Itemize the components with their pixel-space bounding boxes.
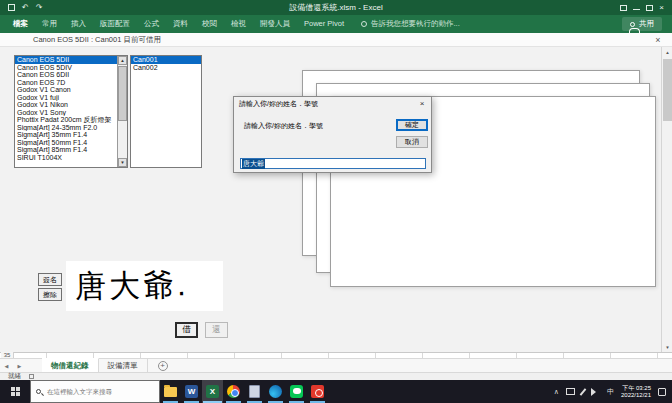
form-scrollbar[interactable]: ▲ ▼ [661, 47, 672, 352]
pen-icon[interactable] [580, 388, 587, 395]
hidden-icons-chevron-icon[interactable]: ∧ [554, 388, 559, 396]
sheet-tab-records[interactable]: 物借還紀錄 [42, 358, 99, 372]
document-app-icon [249, 385, 260, 398]
status-bar: 就緒 [0, 372, 672, 380]
list-item[interactable]: Canon EOS 5DII [15, 56, 117, 64]
close-icon[interactable]: × [659, 3, 664, 12]
ribbon-display-options-icon[interactable] [620, 5, 627, 11]
clock-date: 2022/12/21 [621, 392, 651, 398]
taskbar: W X ∧ 中 下午 03:25 2022/12/21 [0, 380, 672, 403]
share-button[interactable]: 共用 [622, 17, 662, 31]
app-icon-line[interactable] [286, 380, 307, 403]
macro-record-icon[interactable] [29, 374, 34, 379]
list-item[interactable]: Canon EOS 6DII [15, 71, 117, 79]
save-icon[interactable] [8, 4, 15, 11]
list-item[interactable]: Sigma[Art] 24-35mm F2.0 [15, 124, 117, 132]
lightbulb-icon [361, 21, 367, 27]
tab-power-pivot[interactable]: Power Pivot [297, 16, 351, 32]
red-app-icon [311, 385, 324, 398]
app-icon-chrome[interactable] [223, 380, 244, 403]
sign-button[interactable]: 簽名 [38, 273, 62, 286]
listbox-scrollbar[interactable]: ▲ ▼ [117, 56, 127, 167]
tab-developer[interactable]: 開發人員 [253, 16, 297, 32]
app-icon-file-explorer[interactable] [160, 380, 181, 403]
system-tray: ∧ 中 下午 03:25 2022/12/21 [554, 380, 672, 403]
tab-file[interactable]: 檔案 [6, 16, 35, 32]
ribbon-tabs: 檔案 常用 插入 版面配置 公式 資料 校閱 檢視 開發人員 Power Piv… [0, 16, 351, 32]
window-controls: × [620, 3, 672, 12]
app-icon-document-app[interactable] [244, 380, 265, 403]
volume-icon[interactable] [591, 388, 600, 396]
list-item[interactable]: Canon EOS 5DIV [15, 64, 117, 72]
redo-icon[interactable]: ↷ [36, 3, 43, 12]
scroll-down-icon[interactable]: ▼ [118, 158, 127, 167]
list-item[interactable]: Godox V1 fuji [15, 94, 117, 102]
app-icon-edge[interactable] [265, 380, 286, 403]
input-selected-text: 唐大爺 [242, 159, 265, 169]
input-dialog: 請輸入你/妳的姓名．學號 × 請輸入你/妳的姓名．學號 確定 取消 唐大爺 [233, 96, 432, 173]
display-icon[interactable] [566, 388, 575, 395]
action-center-icon[interactable] [658, 388, 666, 396]
scroll-down-icon[interactable]: ▼ [663, 342, 672, 352]
new-sheet-icon[interactable]: + [158, 361, 168, 371]
line-icon [290, 385, 303, 398]
list-item[interactable]: SIRUI T1004X [15, 154, 117, 162]
list-item[interactable]: Godox V1 Nikon [15, 101, 117, 109]
list-item[interactable]: Sigma[Art] 85mm F1.4 [15, 146, 117, 154]
taskbar-clock[interactable]: 下午 03:25 2022/12/21 [621, 385, 651, 399]
undo-icon[interactable]: ↶ [22, 3, 29, 12]
tab-review[interactable]: 校閱 [195, 16, 224, 32]
scroll-up-icon[interactable]: ▲ [663, 47, 672, 57]
cancel-button[interactable]: 取消 [396, 136, 428, 148]
scrollbar-thumb[interactable] [663, 59, 672, 121]
chrome-icon [227, 385, 240, 398]
word-icon: W [185, 385, 198, 398]
search-input[interactable] [45, 387, 154, 396]
sheet-tab-equipment-list[interactable]: 設備清單 [99, 359, 148, 372]
list-item[interactable]: Phottix Padat 200cm 反折燈架 [15, 116, 117, 124]
tab-home[interactable]: 常用 [35, 16, 64, 32]
list-item[interactable]: Sigma[Art] 50mm F1.4 [15, 139, 117, 147]
list-item[interactable]: Can001 [131, 56, 201, 64]
scroll-up-icon[interactable]: ▲ [118, 56, 127, 65]
start-button[interactable] [0, 380, 30, 403]
list-item[interactable]: Can002 [131, 64, 201, 72]
tab-formulas[interactable]: 公式 [137, 16, 166, 32]
ok-button[interactable]: 確定 [396, 119, 428, 131]
name-input[interactable]: 唐大爺 [240, 158, 426, 169]
restore-icon[interactable] [646, 5, 653, 11]
minimize-icon[interactable] [633, 9, 640, 10]
clock-time: 下午 03:25 [622, 385, 651, 391]
app-icon-excel[interactable]: X [202, 380, 223, 403]
signature-canvas[interactable]: 唐大爺. [66, 261, 223, 311]
list-item[interactable]: Godox V1 Canon [15, 86, 117, 94]
equipment-listbox[interactable]: Canon EOS 5DII Canon EOS 5DIV Canon EOS … [14, 55, 128, 168]
search-icon [36, 389, 41, 394]
erase-button[interactable]: 擦除 [38, 288, 62, 301]
list-item[interactable]: Canon EOS 7D [15, 79, 117, 87]
unit-listbox[interactable]: Can001 Can002 [130, 55, 202, 168]
userform-titlebar: Canon EOS 5DII : Can001 目前可借用 [0, 33, 672, 47]
dialog-titlebar: 請輸入你/妳的姓名．學號 [234, 97, 431, 110]
taskbar-search[interactable] [30, 380, 160, 403]
list-item[interactable]: Sigma[Art] 35mm F1.4 [15, 131, 117, 139]
app-icon-red-app[interactable] [307, 380, 328, 403]
edge-icon [269, 385, 282, 398]
sheet-next-icon[interactable]: ▶ [13, 359, 26, 372]
tell-me-label: 告訴我您想要執行的動作... [371, 19, 460, 29]
borrow-button[interactable]: 借 [175, 322, 198, 338]
sheet-prev-icon[interactable]: ◀ [0, 359, 13, 372]
userform-close-icon[interactable]: × [648, 33, 668, 47]
folder-icon [164, 387, 177, 397]
tab-page-layout[interactable]: 版面配置 [93, 16, 137, 32]
dialog-close-icon[interactable]: × [416, 98, 428, 109]
list-item[interactable]: Godox V1 Sony [15, 109, 117, 117]
windows-logo-icon [11, 387, 20, 396]
tab-data[interactable]: 資料 [166, 16, 195, 32]
tab-view[interactable]: 檢視 [224, 16, 253, 32]
app-icon-word[interactable]: W [181, 380, 202, 403]
tab-insert[interactable]: 插入 [64, 16, 93, 32]
tell-me-box[interactable]: 告訴我您想要執行的動作... [361, 19, 460, 29]
scrollbar-thumb[interactable] [118, 66, 127, 121]
ime-indicator[interactable]: 中 [607, 387, 614, 397]
